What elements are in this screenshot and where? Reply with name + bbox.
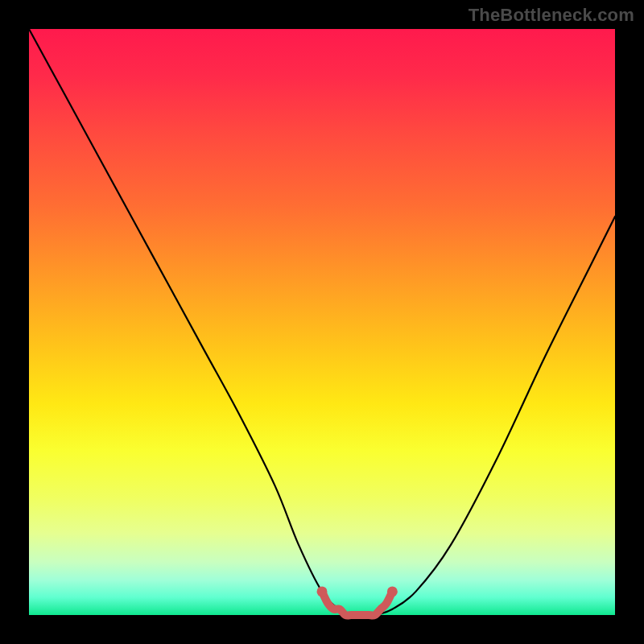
watermark-text: TheBottleneck.com — [469, 5, 634, 26]
chart-frame: TheBottleneck.com — [0, 0, 644, 644]
bottom-highlight-segment — [322, 592, 392, 616]
chart-overlay — [29, 29, 615, 615]
highlight-end-dot-right — [387, 586, 398, 597]
bottleneck-curve — [29, 29, 615, 616]
highlight-end-dot-left — [317, 586, 328, 597]
